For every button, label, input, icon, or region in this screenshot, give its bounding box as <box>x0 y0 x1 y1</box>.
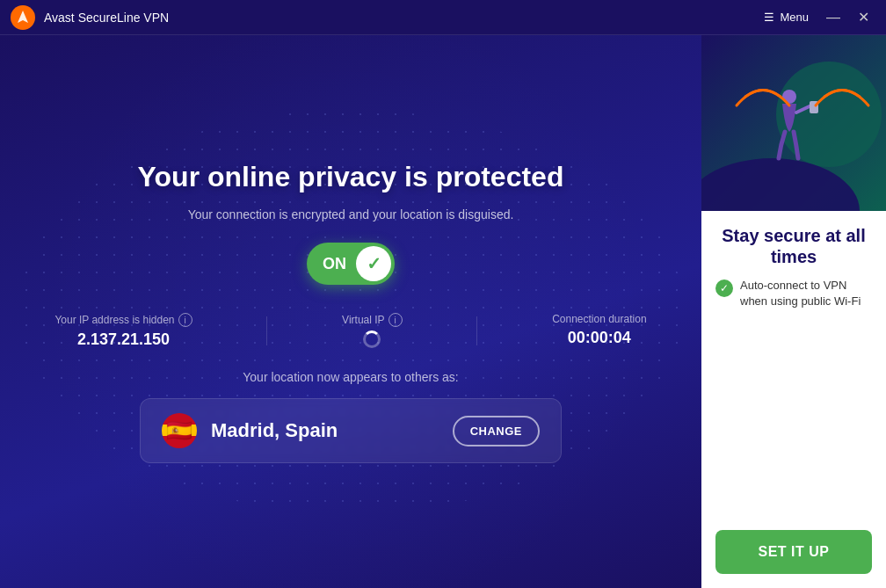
hero-title: Your online privacy is protected <box>138 160 564 193</box>
ip-value: 2.137.21.150 <box>77 330 170 349</box>
ip-info-icon[interactable]: i <box>178 313 192 327</box>
toggle-label: ON <box>323 255 346 273</box>
virtual-ip-label: Virtual IP i <box>342 313 402 327</box>
title-bar-controls: ☰ Menu — ✕ <box>757 5 875 30</box>
virtual-ip-loading <box>363 330 381 348</box>
duration-label: Connection duration <box>552 313 646 325</box>
avast-logo-icon <box>11 5 35 30</box>
setup-button[interactable]: SET IT UP <box>715 530 872 574</box>
app-title: Avast SecureLine VPN <box>44 11 169 25</box>
minimize-button[interactable]: — <box>821 5 846 30</box>
left-panel: Your online privacy is protected Your co… <box>0 35 701 588</box>
duration-stat: Connection duration 00:00:04 <box>552 313 646 349</box>
promo-title: Stay secure at all times <box>715 225 872 267</box>
feature-text: Auto-connect to VPN when using public Wi… <box>740 278 872 309</box>
menu-icon: ☰ <box>764 11 774 24</box>
ip-label: Your IP address is hidden i <box>54 313 192 327</box>
virtual-ip-info-icon[interactable]: i <box>389 313 403 327</box>
promo-svg <box>701 35 886 211</box>
feature-check-icon: ✓ <box>715 279 733 297</box>
location-card: 🇪🇸 Madrid, Spain CHANGE <box>140 398 562 463</box>
location-label: Your location now appears to others as: <box>243 370 458 384</box>
change-location-button[interactable]: CHANGE <box>453 416 540 446</box>
toggle-knob <box>356 246 391 281</box>
toggle-container: ON <box>307 243 395 285</box>
menu-label: Menu <box>780 11 809 24</box>
menu-button[interactable]: ☰ Menu <box>757 7 816 27</box>
duration-value: 00:00:04 <box>568 329 631 347</box>
title-bar-left: Avast SecureLine VPN <box>11 5 169 30</box>
vpn-toggle[interactable]: ON <box>307 243 395 285</box>
promo-content: Stay secure at all times ✓ Auto-connect … <box>701 211 886 588</box>
right-panel: ✕ <box>701 35 886 588</box>
hero-subtitle: Your connection is encrypted and your lo… <box>188 207 514 221</box>
close-button[interactable]: ✕ <box>851 5 875 30</box>
stat-divider-1 <box>266 316 267 345</box>
main-layout: Your online privacy is protected Your co… <box>0 35 886 588</box>
virtual-ip-stat: Virtual IP i <box>342 313 402 349</box>
stat-divider-2 <box>476 316 477 345</box>
content-area: Your online privacy is protected Your co… <box>18 160 684 463</box>
stats-row: Your IP address is hidden i 2.137.21.150… <box>18 313 684 349</box>
promo-illustration <box>701 35 886 211</box>
ip-stat: Your IP address is hidden i 2.137.21.150 <box>54 313 192 349</box>
location-name: Madrid, Spain <box>211 419 439 442</box>
spain-flag-icon: 🇪🇸 <box>162 413 197 448</box>
title-bar: Avast SecureLine VPN ☰ Menu — ✕ <box>0 0 886 35</box>
promo-feature: ✓ Auto-connect to VPN when using public … <box>715 278 872 309</box>
